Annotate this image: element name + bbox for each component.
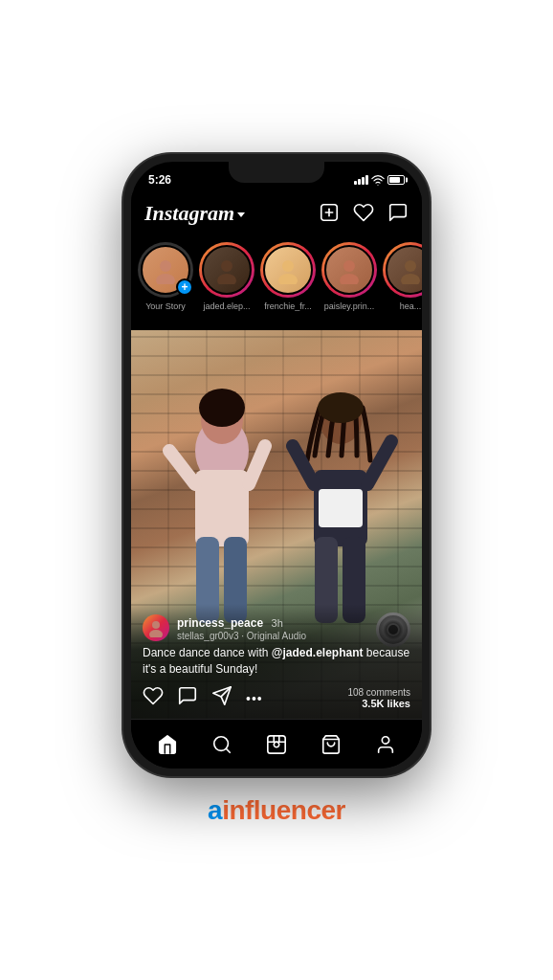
story-label-frenchie: frenchie_fr...: [264, 301, 312, 311]
svg-point-37: [274, 742, 279, 747]
nav-shop-icon[interactable]: [313, 726, 349, 763]
story-item-jaded-elephant[interactable]: jaded.elep...: [200, 242, 254, 311]
post-caption: Dance dance dance with @jaded.elephant b…: [143, 645, 410, 678]
post-image: princess_peace 3h stellas_gr00v3 · Origi…: [131, 330, 422, 719]
svg-point-10: [343, 260, 355, 272]
nav-search-icon[interactable]: [204, 726, 240, 763]
frenchie-avatar: [263, 245, 313, 295]
svg-point-19: [199, 389, 245, 427]
svg-point-8: [282, 260, 294, 272]
more-icon[interactable]: •••: [246, 691, 263, 706]
story-label-paisley: paisley.prin...: [324, 301, 374, 311]
post-username[interactable]: princess_peace 3h: [177, 613, 410, 631]
post-time: 3h: [272, 617, 283, 629]
svg-point-12: [405, 260, 416, 272]
story-label-jaded-elephant: jaded.elep...: [203, 301, 250, 311]
brand-footer: ainfluencer: [208, 795, 345, 826]
post-stats: 108 comments 3.5K likes: [347, 687, 410, 709]
hea-avatar: [386, 245, 422, 295]
paisley-avatar: [324, 245, 374, 295]
share-icon[interactable]: [211, 685, 232, 711]
story-label-your-story: Your Story: [145, 301, 186, 311]
comments-count: 108 comments: [347, 687, 410, 698]
svg-point-27: [318, 392, 364, 423]
post-user-avatar: [143, 614, 169, 641]
svg-rect-25: [319, 489, 363, 527]
svg-point-9: [278, 274, 298, 284]
brand-suffix: influencer: [222, 795, 345, 825]
svg-point-7: [217, 274, 236, 284]
story-label-hea: hea...: [400, 301, 422, 311]
brand-prefix: a: [208, 795, 222, 825]
svg-rect-15: [195, 470, 249, 546]
nav-profile-icon[interactable]: [367, 726, 404, 763]
likes-count: 3.5K likes: [347, 698, 410, 709]
messenger-icon[interactable]: [387, 202, 409, 226]
svg-point-6: [221, 260, 232, 272]
svg-point-42: [382, 736, 388, 743]
instagram-wordmark: Instagram: [144, 201, 234, 226]
post-user-row: princess_peace 3h stellas_gr00v3 · Origi…: [143, 613, 410, 641]
post-audio-info: stellas_gr00v3 · Original Audio: [177, 631, 410, 641]
like-icon[interactable]: [143, 685, 164, 711]
story-item-your-story[interactable]: + Your Story: [139, 242, 192, 311]
add-post-icon[interactable]: [319, 202, 340, 226]
svg-point-5: [156, 274, 175, 284]
post-overlay: princess_peace 3h stellas_gr00v3 · Origi…: [131, 604, 422, 719]
page-wrapper: 5:26: [0, 0, 553, 980]
wifi-icon: [371, 173, 385, 187]
svg-rect-36: [268, 735, 285, 752]
svg-line-21: [249, 446, 265, 484]
post-area: princess_peace 3h stellas_gr00v3 · Origi…: [131, 330, 422, 719]
svg-line-20: [169, 451, 195, 484]
phone-notch: [229, 162, 324, 183]
status-icons: [354, 173, 405, 187]
signal-icon: [354, 175, 368, 185]
notifications-icon[interactable]: [353, 202, 374, 226]
nav-reels-icon[interactable]: [258, 726, 295, 763]
stories-row: + Your Story: [131, 234, 422, 330]
post-mention[interactable]: @jaded.elephant: [272, 646, 364, 659]
nav-home-icon[interactable]: [149, 726, 186, 763]
phone-screen: 5:26: [131, 162, 422, 768]
add-story-badge: +: [176, 278, 193, 296]
header-actions: [319, 202, 409, 226]
bottom-nav: [131, 719, 422, 768]
story-item-paisley[interactable]: paisley.prin...: [322, 242, 376, 311]
comment-icon[interactable]: [177, 685, 198, 711]
post-user-info: princess_peace 3h stellas_gr00v3 · Origi…: [177, 613, 410, 641]
story-item-hea[interactable]: hea...: [384, 242, 422, 311]
svg-point-11: [340, 274, 359, 284]
svg-point-4: [160, 260, 171, 272]
phone-frame: 5:26: [123, 154, 430, 776]
battery-icon: [387, 175, 405, 185]
post-people: [131, 374, 422, 642]
instagram-logo: Instagram: [144, 201, 245, 226]
svg-point-31: [149, 630, 163, 637]
dropdown-chevron-icon[interactable]: [237, 212, 245, 217]
svg-point-30: [152, 621, 160, 629]
app-header: Instagram: [131, 192, 422, 234]
story-item-frenchie[interactable]: frenchie_fr...: [261, 242, 315, 311]
post-actions: ••• 108 comments 3.5K likes: [143, 685, 410, 711]
status-time: 5:26: [148, 173, 171, 187]
svg-point-0: [377, 185, 378, 186]
svg-line-35: [226, 748, 230, 752]
svg-point-13: [401, 274, 420, 284]
jaded-elephant-avatar: [202, 245, 252, 295]
